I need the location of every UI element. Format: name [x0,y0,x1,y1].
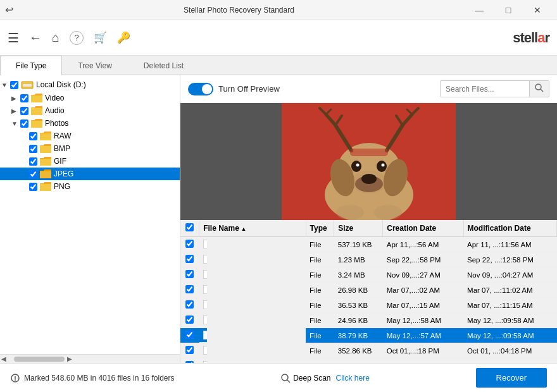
home-icon[interactable]: ⌂ [52,30,59,45]
svg-rect-47 [203,315,207,324]
row-checkbox-0[interactable] [185,240,194,248]
help-icon[interactable]: ? [70,31,84,45]
tree-item-video[interactable]: ▶ Video [0,92,180,104]
col-header-creation[interactable]: Creation Date [383,220,463,237]
tree-label-raw: RAW [54,132,72,140]
title-bar-left: ↩ [5,4,13,16]
file-icon-5 [203,315,207,324]
tab-deleted-list[interactable]: Deleted List [128,56,199,75]
row-checkbox-3[interactable] [185,285,194,293]
search-icon [535,83,544,92]
table-row[interactable]: photo-152...29df6.jpg File 36.53 KB Mar … [180,298,557,313]
folder-icon-jpeg [40,169,51,178]
back-icon[interactable]: ← [29,30,42,45]
tree-item-png[interactable]: PNG [0,180,180,193]
row-checkbox-1[interactable] [185,255,194,263]
scroll-thumb[interactable] [14,357,65,362]
recover-button[interactable]: Recover [476,368,547,388]
svg-rect-39 [203,255,207,264]
folder-icon-png [40,182,51,191]
maximize-button[interactable]: □ [494,0,523,20]
table-row[interactable]: pexels-ne...33999.jpg File 537.19 KB Apr… [180,237,557,252]
scroll-right-arrow[interactable]: ▶ [67,355,72,362]
table-row[interactable]: pexels-ol...46111.jpg File 1.23 MB Sep 2… [180,252,557,267]
deep-scan-link[interactable]: Click here [336,374,370,383]
svg-rect-2 [31,95,42,102]
tree-checkbox-bmp[interactable] [29,145,37,153]
minimize-button[interactable]: — [465,0,494,20]
col-header-type[interactable]: Type [306,220,334,237]
tab-file-type[interactable]: File Type [0,56,62,75]
preview-header: Turn Off Preview [180,75,557,103]
tree-item-photos[interactable]: ▼ Photos [0,117,180,130]
close-button[interactable]: ✕ [523,0,552,20]
row-checkbox-6[interactable] [185,331,194,339]
tree-item-bmp[interactable]: BMP [0,142,180,155]
row-checkbox-4[interactable] [185,300,194,309]
expand-icon-audio[interactable]: ▶ [11,107,20,114]
tree-item-raw[interactable]: RAW [0,130,180,142]
svg-point-19 [377,161,387,172]
toggle-track[interactable] [188,83,213,95]
col-header-filename[interactable]: File Name [199,220,306,237]
stellar-logo: stellar [513,30,549,46]
file-creation-7: Oct 01,...:18 PM [383,343,463,358]
row-checkbox-5[interactable] [185,315,194,324]
file-creation-2: Nov 09,...:27 AM [383,267,463,283]
tree-checkbox-video[interactable] [20,94,28,102]
table-row[interactable]: photo-150...ec7d2.jpg File 26.98 KB Mar … [180,283,557,298]
file-type-7: File [306,343,334,358]
expand-icon-video[interactable]: ▶ [11,95,20,102]
file-icon-2 [203,270,207,279]
key-icon[interactable]: 🔑 [117,31,130,44]
col-header-size[interactable]: Size [334,220,383,237]
tree-checkbox-photos[interactable] [20,119,28,128]
tree-item-gif[interactable]: GIF [0,155,180,168]
svg-point-63 [15,379,16,381]
table-row[interactable]: photo-160...67aa4.jpg File 38.79 KB May … [180,328,557,343]
file-size-2: 3.24 MB [334,267,383,283]
toggle-switch[interactable]: Turn Off Preview [188,83,280,95]
tree-item-audio[interactable]: ▶ Audio [0,104,180,117]
main-content: ▼ Local Disk (D:) ▶ Video [0,75,557,363]
file-creation-4: Mar 07,...:15 AM [383,298,463,313]
table-row[interactable]: quino-al-4...splash.jpg File 352.86 KB O… [180,343,557,358]
search-input[interactable] [441,82,529,96]
tree-label-local-disk: Local Disk (D:) [36,80,86,89]
row-checkbox-2[interactable] [185,270,194,278]
tree-checkbox-gif[interactable] [29,157,37,166]
col-header-modification[interactable]: Modification Date [463,220,556,237]
row-checkbox-7[interactable] [185,346,194,354]
col-header-check[interactable] [180,220,199,237]
svg-rect-9 [40,184,51,191]
menu-icon[interactable]: ☰ [8,30,19,46]
tab-tree-view[interactable]: Tree View [62,56,127,75]
tree-checkbox-local-disk[interactable] [10,81,18,89]
svg-rect-7 [40,159,51,166]
expand-icon[interactable]: ▼ [1,82,10,89]
scroll-left-arrow[interactable]: ◀ [1,355,6,362]
table-row[interactable]: photo-158...f3edb.jpg File 24.96 KB May … [180,313,557,328]
tree-label-audio: Audio [45,106,65,115]
table-row[interactable]: sarah-dor...plash.jpg File 262.92 KB Sep… [180,358,557,364]
file-table-wrapper[interactable]: File Name Type Size Creation Date Modifi… [180,220,557,363]
tree-checkbox-png[interactable] [29,183,37,191]
toggle-label: Turn Off Preview [218,84,280,94]
tree-item-jpeg[interactable]: JPEG [0,168,180,180]
svg-point-17 [361,174,377,184]
table-row[interactable]: pexels-thi...721073.jpg File 3.24 MB Nov… [180,267,557,283]
svg-rect-45 [203,300,207,309]
expand-icon-photos[interactable]: ▼ [11,120,20,127]
right-panel: Turn Off Preview [180,75,557,363]
status-info: Marked 548.60 MB in 4016 files in 16 fol… [10,373,174,383]
tree-checkbox-raw[interactable] [29,132,37,140]
cart-icon[interactable]: 🛒 [94,31,107,44]
file-icon-7 [203,346,207,355]
sidebar-scrollbar-x[interactable]: ◀ ▶ [0,354,180,363]
tree-item-local-disk[interactable]: ▼ Local Disk (D:) [0,78,180,92]
tree-checkbox-jpeg[interactable] [29,170,37,178]
file-creation-6: May 12,...:57 AM [383,328,463,343]
search-button[interactable] [529,81,549,97]
tree-checkbox-audio[interactable] [20,107,28,115]
select-all-checkbox[interactable] [185,223,194,231]
